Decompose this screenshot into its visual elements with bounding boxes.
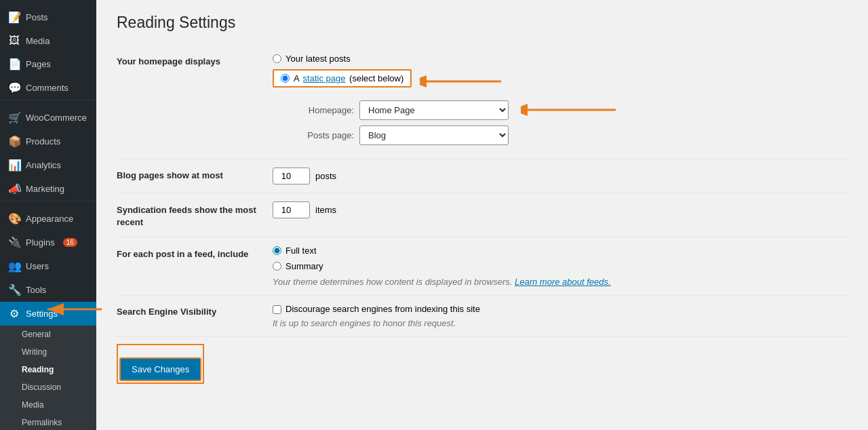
submenu-general[interactable]: General — [0, 326, 96, 343]
latest-posts-option: Your latest posts — [273, 54, 848, 64]
static-page-radio[interactable] — [281, 74, 290, 83]
analytics-icon: 📊 — [8, 159, 20, 172]
static-page-pre: A — [294, 73, 299, 83]
arrow-reading-annotation — [96, 296, 108, 325]
submenu-discussion[interactable]: Discussion — [0, 378, 96, 396]
blog-pages-input-row: posts — [273, 168, 848, 184]
sidebar-item-pages[interactable]: 📄 Pages — [0, 52, 96, 76]
sidebar-item-media[interactable]: 🖼 Media — [0, 29, 96, 52]
search-info-text: It is up to search engines to honor this… — [273, 318, 848, 328]
homepage-select-label: Homepage: — [286, 105, 354, 115]
summary-label[interactable]: Summary — [285, 261, 323, 271]
sidebar-item-users[interactable]: 👥 Users — [0, 254, 96, 278]
latest-posts-label[interactable]: Your latest posts — [285, 54, 351, 64]
sidebar-item-analytics[interactable]: 📊 Analytics — [0, 153, 96, 177]
plugins-badge: 16 — [63, 238, 77, 247]
feed-include-row: For each post in a feed, include Full te… — [117, 237, 848, 296]
feed-include-control: Full text Summary Your theme determines … — [273, 246, 848, 287]
syndication-input[interactable] — [273, 201, 310, 218]
static-page-highlighted: A static page (select below) — [273, 69, 412, 87]
sidebar: 📝 Posts 🖼 Media 📄 Pages 💬 Comments 🛒 Woo… — [0, 0, 96, 430]
posts-page-label: Posts page: — [286, 130, 354, 140]
sidebar-item-plugins[interactable]: 🔌 Plugins 16 — [0, 231, 96, 254]
syndication-input-row: items — [273, 201, 848, 218]
media-icon: 🖼 — [8, 35, 20, 47]
latest-posts-radio[interactable] — [273, 54, 281, 63]
homepage-displays-control: Your latest posts A static page (select … — [273, 54, 848, 151]
blog-pages-row: Blog pages show at most posts — [117, 159, 848, 193]
plugins-icon: 🔌 — [8, 236, 20, 249]
submenu-media-sub[interactable]: Media — [0, 396, 96, 414]
sidebar-item-marketing[interactable]: 📣 Marketing — [0, 177, 96, 201]
full-text-option: Full text — [273, 246, 848, 256]
posts-page-select-row: Posts page: Blog News Posts — [286, 125, 848, 145]
learn-more-link[interactable]: Learn more about feeds. — [515, 277, 611, 287]
static-page-link[interactable]: static page — [303, 73, 346, 83]
syndication-label: Syndication feeds show the most recent — [117, 201, 273, 229]
discourage-option: Discourage search engines from indexing … — [273, 304, 848, 314]
syndication-row: Syndication feeds show the most recent i… — [117, 193, 848, 237]
discourage-checkbox[interactable] — [273, 305, 281, 314]
arrow-homepage-select — [521, 100, 616, 120]
users-icon: 👥 — [8, 260, 20, 273]
blog-pages-label: Blog pages show at most — [117, 168, 273, 180]
posts-page-select[interactable]: Blog News Posts — [359, 125, 509, 145]
discourage-label[interactable]: Discourage search engines from indexing … — [285, 304, 480, 314]
submenu-permalinks[interactable]: Permalinks — [0, 414, 96, 430]
sidebar-item-tools[interactable]: 🔧 Tools — [0, 278, 96, 302]
main-content: Reading Settings Your homepage displays … — [96, 0, 868, 430]
submenu-writing[interactable]: Writing — [0, 343, 96, 361]
sidebar-item-posts[interactable]: 📝 Posts — [0, 5, 96, 29]
comments-icon: 💬 — [8, 81, 20, 94]
search-visibility-label: Search Engine Visibility — [117, 304, 273, 317]
summary-option: Summary — [273, 261, 848, 271]
sidebar-item-appearance[interactable]: 🎨 Appearance — [0, 207, 96, 231]
search-visibility-row: Search Engine Visibility Discourage sear… — [117, 296, 848, 337]
homepage-displays-row: Your homepage displays Your latest posts… — [117, 45, 848, 159]
sidebar-item-settings[interactable]: ⚙ Settings — [0, 302, 96, 326]
sidebar-item-comments[interactable]: 💬 Comments — [0, 76, 96, 100]
blog-pages-control: posts — [273, 168, 848, 184]
syndication-control: items — [273, 201, 848, 218]
feed-include-label: For each post in a feed, include — [117, 246, 273, 260]
sidebar-item-woocommerce[interactable]: 🛒 WooCommerce — [0, 106, 96, 130]
syndication-unit: items — [315, 205, 336, 215]
blog-pages-input[interactable] — [273, 168, 310, 184]
homepage-select[interactable]: Home Page About Contact Blog — [359, 100, 509, 120]
submenu-reading[interactable]: Reading — [0, 361, 96, 378]
settings-icon: ⚙ — [8, 307, 20, 320]
full-text-radio[interactable] — [273, 246, 281, 255]
blog-pages-unit: posts — [315, 171, 336, 181]
products-icon: 📦 — [8, 135, 20, 148]
settings-submenu: General Writing Reading Discussion Media… — [0, 326, 96, 430]
posts-icon: 📝 — [8, 11, 20, 24]
homepage-displays-label: Your homepage displays — [117, 54, 273, 66]
page-title: Reading Settings — [117, 14, 848, 32]
search-visibility-control: Discourage search engines from indexing … — [273, 304, 848, 328]
tools-icon: 🔧 — [8, 284, 20, 296]
marketing-icon: 📣 — [8, 182, 20, 195]
static-page-post: (select below) — [349, 73, 403, 83]
feed-info-text: Your theme determines how content is dis… — [273, 277, 848, 287]
sidebar-item-products[interactable]: 📦 Products — [0, 130, 96, 153]
arrow-static-page — [420, 71, 501, 92]
homepage-select-row: Homepage: Home Page About Contact Blog — [286, 100, 848, 120]
woocommerce-icon: 🛒 — [8, 111, 20, 124]
summary-radio[interactable] — [273, 262, 281, 271]
save-changes-button[interactable]: Save Changes — [119, 357, 201, 381]
appearance-icon: 🎨 — [8, 212, 20, 225]
pages-icon: 📄 — [8, 58, 20, 71]
full-text-label[interactable]: Full text — [285, 246, 317, 256]
